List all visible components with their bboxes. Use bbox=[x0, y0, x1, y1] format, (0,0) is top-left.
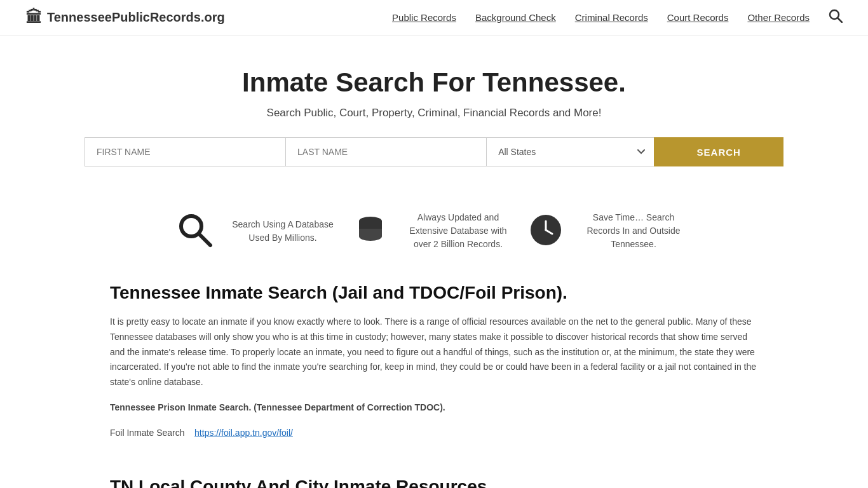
main-nav: Public Records Background Check Criminal… bbox=[392, 9, 843, 27]
magnifier-icon bbox=[177, 212, 213, 248]
first-name-input[interactable] bbox=[85, 137, 285, 166]
site-logo[interactable]: 🏛 TennesseePublicRecords.org bbox=[25, 8, 225, 27]
nav-public-records[interactable]: Public Records bbox=[392, 12, 456, 23]
foil-row: Foil Inmate Search https://foil.app.tn.g… bbox=[110, 426, 758, 441]
nav-criminal-records[interactable]: Criminal Records bbox=[575, 12, 648, 23]
foil-link[interactable]: https://foil.app.tn.gov/foil/ bbox=[194, 428, 293, 438]
county-section: TN Local County And City Inmate Resource… bbox=[85, 477, 783, 488]
feature-clock-text: Save Time… Search Records In and Outside… bbox=[576, 211, 691, 251]
logo-building-icon: 🏛 bbox=[25, 8, 42, 27]
state-select[interactable]: All StatesAlabamaAlaskaArizonaArkansasCa… bbox=[486, 137, 654, 166]
foil-label: Foil Inmate Search bbox=[110, 428, 185, 438]
hero-section: Inmate Search For Tennessee. Search Publ… bbox=[0, 36, 868, 211]
main-body-text: It is pretty easy to locate an inmate if… bbox=[110, 315, 758, 390]
prison-label: Tennessee Prison Inmate Search. (Tenness… bbox=[110, 400, 758, 416]
hero-subtitle: Search Public, Court, Property, Criminal… bbox=[25, 107, 843, 119]
site-header: 🏛 TennesseePublicRecords.org Public Reco… bbox=[0, 0, 868, 36]
feature-search-text: Search Using A Database Used By Millions… bbox=[226, 218, 340, 245]
svg-line-3 bbox=[199, 234, 210, 245]
svg-line-1 bbox=[838, 18, 843, 22]
nav-court-records[interactable]: Court Records bbox=[667, 12, 729, 23]
hero-title: Inmate Search For Tennessee. bbox=[25, 67, 843, 98]
logo-text: TennesseePublicRecords.org bbox=[47, 10, 225, 25]
feature-search-icon bbox=[177, 212, 213, 250]
feature-database-text: Always Updated and Extensive Database wi… bbox=[401, 211, 515, 251]
nav-background-check[interactable]: Background Check bbox=[475, 12, 556, 23]
features-section: Search Using A Database Used By Millions… bbox=[85, 211, 783, 251]
county-heading: TN Local County And City Inmate Resource… bbox=[110, 477, 758, 488]
main-content: Tennessee Inmate Search (Jail and TDOC/F… bbox=[85, 283, 783, 477]
search-form: All StatesAlabamaAlaskaArizonaArkansasCa… bbox=[85, 137, 783, 166]
feature-database-icon-wrapper bbox=[353, 212, 388, 250]
search-button[interactable]: SEARCH bbox=[654, 137, 783, 166]
feature-clock-icon-wrapper bbox=[528, 212, 564, 250]
header-search-button[interactable] bbox=[829, 9, 843, 27]
clock-icon bbox=[528, 212, 564, 248]
database-icon bbox=[353, 212, 388, 248]
main-heading: Tennessee Inmate Search (Jail and TDOC/F… bbox=[110, 283, 758, 303]
last-name-input[interactable] bbox=[285, 137, 486, 166]
search-icon bbox=[829, 9, 843, 23]
nav-other-records[interactable]: Other Records bbox=[747, 12, 810, 23]
